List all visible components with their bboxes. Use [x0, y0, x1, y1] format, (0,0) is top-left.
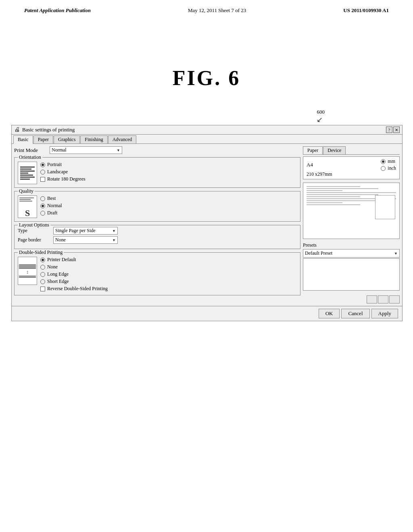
- ok-button[interactable]: OK: [319, 309, 340, 318]
- none-radio[interactable]: [40, 265, 45, 270]
- quality-icon: S: [18, 195, 37, 218]
- printer-default-label: Printer Default: [47, 257, 76, 263]
- best-radio[interactable]: [40, 196, 45, 201]
- tab-advanced[interactable]: Advanced: [108, 135, 137, 143]
- tab-finishing[interactable]: Finishing: [80, 135, 107, 143]
- dialog-footer: OK Cancel Apply: [12, 306, 402, 321]
- long-edge-option[interactable]: Long Edge: [40, 271, 108, 277]
- paper-dims: 210 x297mm: [307, 171, 332, 177]
- long-edge-radio[interactable]: [40, 272, 45, 277]
- reverse-checkbox[interactable]: [40, 287, 45, 291]
- orient-line-1: [20, 166, 35, 168]
- dbl-lines-bottom: [19, 276, 36, 278]
- border-value: None: [55, 237, 66, 243]
- patent-left: Patent Application Publication: [24, 7, 91, 14]
- dialog-title-buttons: ? ✕: [386, 127, 400, 133]
- patent-right: US 2011/0109930 A1: [343, 7, 389, 14]
- print-settings-dialog: 🖨 Basic settings of printing ? ✕ Basic P…: [11, 125, 403, 321]
- landscape-label: Landscape: [47, 169, 68, 175]
- presets-label: Presets: [303, 242, 400, 248]
- presets-value: Default Preset: [305, 250, 332, 256]
- dbl-arrow-icon: ↕: [26, 269, 29, 275]
- prev-line-6: [307, 196, 360, 197]
- apply-button[interactable]: Apply: [371, 309, 398, 318]
- border-arrow-icon: ▼: [112, 238, 116, 242]
- preset-btn-1[interactable]: [367, 295, 377, 303]
- best-label: Best: [47, 195, 56, 202]
- type-label: Type: [18, 228, 50, 234]
- mm-radio[interactable]: [381, 159, 386, 164]
- cancel-button[interactable]: Cancel: [341, 309, 369, 318]
- preview-block: [375, 195, 395, 219]
- printer-default-option[interactable]: Printer Default: [40, 257, 108, 263]
- normal-radio[interactable]: [40, 204, 45, 208]
- orient-line-3: [20, 170, 35, 172]
- orientation-lines: [19, 165, 36, 181]
- landscape-radio[interactable]: [40, 170, 45, 175]
- orient-line-2: [20, 168, 31, 170]
- prev-line-4: [307, 192, 396, 193]
- portrait-radio[interactable]: [40, 162, 45, 167]
- short-edge-label: Short Edge: [47, 278, 69, 285]
- tab-paper-right[interactable]: Paper: [303, 146, 323, 154]
- help-button[interactable]: ?: [386, 127, 392, 133]
- normal-option[interactable]: Normal: [40, 203, 62, 209]
- presets-arrow-icon: ▼: [394, 251, 398, 256]
- inch-option[interactable]: inch: [381, 165, 396, 171]
- inch-radio[interactable]: [381, 166, 386, 171]
- short-edge-radio[interactable]: [40, 279, 45, 284]
- draft-radio[interactable]: [40, 211, 45, 216]
- prev-line-9: [307, 202, 342, 203]
- small-button-group: [303, 295, 400, 303]
- tab-graphics[interactable]: Graphics: [54, 135, 80, 143]
- q-line-3: [19, 201, 32, 202]
- mm-label: mm: [388, 158, 395, 164]
- orientation-icon: [18, 162, 37, 184]
- border-select[interactable]: None ▼: [53, 236, 118, 244]
- preset-btn-2[interactable]: [378, 295, 388, 303]
- long-edge-label: Long Edge: [47, 271, 69, 277]
- presets-list: [303, 258, 400, 291]
- none-option[interactable]: None: [40, 264, 108, 270]
- rotate-option[interactable]: Rotate 180 Degrees: [40, 176, 86, 182]
- double-sided-content: ↕ Printer Default: [18, 257, 297, 292]
- double-sided-label: Double-Sided Printing: [18, 249, 64, 256]
- print-mode-arrow-icon: ▼: [117, 148, 120, 152]
- normal-label: Normal: [47, 203, 62, 209]
- tab-device-right[interactable]: Device: [323, 146, 346, 154]
- none-label: None: [47, 264, 58, 270]
- prev-line-8: [307, 200, 378, 201]
- quality-lines: [19, 197, 35, 202]
- patent-center: May 12, 2011 Sheet 7 of 23: [188, 7, 246, 14]
- prev-line-10: [307, 204, 360, 205]
- tab-basic[interactable]: Basic: [13, 135, 33, 144]
- tab-paper[interactable]: Paper: [33, 135, 53, 143]
- draft-option[interactable]: Draft: [40, 210, 62, 216]
- orientation-group-label: Orientation: [18, 154, 42, 160]
- preset-btn-3[interactable]: [389, 295, 400, 303]
- close-button[interactable]: ✕: [393, 127, 400, 133]
- paper-preview: [303, 183, 400, 239]
- border-label: Page border: [18, 237, 50, 243]
- mm-option[interactable]: mm: [381, 158, 395, 164]
- print-mode-select[interactable]: Normal ▼: [50, 146, 122, 154]
- q-line-2: [19, 199, 31, 200]
- quality-group: Quality S: [14, 191, 300, 222]
- type-select[interactable]: Single Page per Side ▼: [53, 227, 118, 235]
- layout-group-label: Layout Options: [18, 222, 50, 228]
- rotate-checkbox[interactable]: [40, 177, 45, 182]
- presets-section: Presets Default Preset ▼: [303, 242, 400, 291]
- short-edge-option[interactable]: Short Edge: [40, 278, 108, 285]
- print-mode-row: Print Mode Normal ▼: [14, 146, 300, 154]
- presets-select[interactable]: Default Preset ▼: [303, 249, 400, 258]
- figure-label-container: FIG. 6: [0, 66, 413, 90]
- dialog-wrapper: 600 ↙ 🖨 Basic settings of printing ? ✕ B…: [11, 125, 403, 321]
- draft-label: Draft: [47, 210, 57, 216]
- quality-options: Best Normal Draft: [40, 195, 62, 216]
- d-line-6: [19, 277, 36, 278]
- best-option[interactable]: Best: [40, 195, 62, 202]
- reverse-option[interactable]: Reverse Double-Sided Printing: [40, 286, 108, 292]
- printer-default-radio[interactable]: [40, 258, 45, 262]
- landscape-option[interactable]: Landscape: [40, 169, 86, 175]
- portrait-option[interactable]: Portrait: [40, 162, 86, 168]
